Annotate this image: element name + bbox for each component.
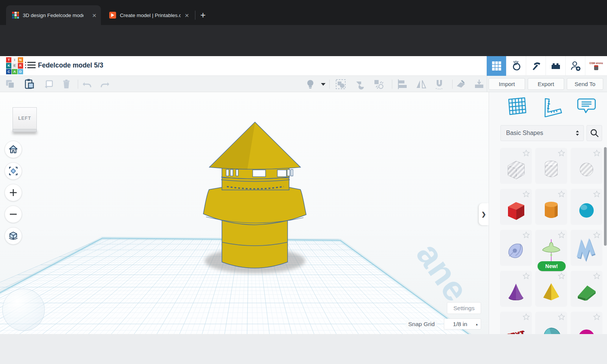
favorite-star-icon[interactable]: [593, 190, 601, 198]
shape-roof[interactable]: [571, 271, 602, 307]
shape-sphere[interactable]: [571, 189, 602, 225]
favorite-star-icon[interactable]: [593, 231, 601, 239]
favorite-star-icon[interactable]: [558, 313, 565, 321]
undo-icon[interactable]: [81, 78, 93, 90]
shape-hole-box[interactable]: [500, 148, 532, 184]
shape-scribble[interactable]: [571, 230, 602, 266]
brick-export-button[interactable]: [546, 56, 565, 76]
view-3d-button[interactable]: [486, 56, 506, 76]
delete-icon[interactable]: [61, 78, 72, 90]
shape-pyramid[interactable]: [535, 271, 567, 307]
mirror-icon[interactable]: [415, 78, 427, 90]
tinkercad-logo[interactable]: TIN KER CAD: [6, 57, 23, 74]
align-icon[interactable]: [397, 78, 408, 90]
tinkercad-browser-window: 3D design Fedelcode model 5 × Create mod…: [0, 0, 607, 364]
view-cube-face[interactable]: LEFT: [13, 107, 37, 129]
category-caret-icon: [575, 130, 580, 136]
browser-chrome: 3D design Fedelcode model 5 × Create mod…: [0, 0, 607, 56]
shape-search-button[interactable]: [587, 125, 602, 141]
favorite-star-icon[interactable]: [593, 313, 601, 321]
printables-favicon: [109, 12, 116, 19]
favorite-star-icon[interactable]: [558, 231, 565, 239]
new-tab-button[interactable]: +: [200, 10, 206, 20]
panel-scrollbar-thumb[interactable]: [604, 147, 607, 246]
favorite-star-icon[interactable]: [522, 149, 530, 157]
panel-collapse-button[interactable]: ❯: [479, 203, 489, 225]
transfer-buttons: Import Export Send To: [489, 78, 603, 90]
favorite-star-icon[interactable]: [522, 190, 530, 198]
sim-lab-button[interactable]: [506, 56, 526, 76]
settings-button[interactable]: Settings: [447, 302, 481, 314]
viewport-3d[interactable]: ane: [0, 92, 489, 334]
workplane-tool-icon[interactable]: [455, 78, 467, 90]
new-shape-badge: New!: [538, 261, 566, 271]
tab-close-icon[interactable]: ×: [185, 12, 189, 19]
favorite-star-icon[interactable]: [593, 272, 601, 280]
snap-grid-caret-icon: ▴: [476, 322, 478, 326]
zoom-out-button[interactable]: [5, 206, 22, 223]
snap-magnet-icon[interactable]: [434, 78, 445, 90]
shape-lathe[interactable]: [535, 230, 567, 266]
model-tower[interactable]: [0, 92, 489, 334]
workplane-helper-icon[interactable]: [505, 96, 527, 117]
snap-grid-dropdown[interactable]: 1/8 in ▴: [444, 318, 481, 329]
perspective-toggle-button[interactable]: [5, 227, 22, 245]
shape-hole-cylinder[interactable]: [535, 148, 567, 184]
show-all-icon[interactable]: [305, 78, 316, 90]
tab-tinkercad[interactable]: 3D design Fedelcode model 5 ×: [6, 5, 101, 25]
view-cube-bottom[interactable]: [13, 129, 37, 132]
perspective-cube-icon: [8, 231, 19, 241]
shape-hole-sphere[interactable]: [571, 148, 602, 184]
minecraft-export-button[interactable]: [526, 56, 546, 76]
model-skirt-cone: [203, 187, 306, 225]
workspace: ane: [0, 92, 607, 334]
shape-box[interactable]: [500, 189, 532, 225]
favorite-star-icon[interactable]: [522, 272, 530, 280]
tab-printables[interactable]: Create model | Printables.com ×: [103, 5, 193, 25]
show-all-dropdown-icon[interactable]: [320, 78, 327, 90]
favorite-star-icon[interactable]: [558, 272, 565, 280]
design-title[interactable]: Fedelcode model 5/3: [38, 61, 103, 69]
ungroup-icon[interactable]: [354, 78, 365, 90]
shape-half-sphere[interactable]: [571, 312, 602, 334]
tab-divider: [195, 11, 195, 20]
group-icon[interactable]: [335, 78, 346, 90]
duplicate-icon[interactable]: [42, 78, 54, 90]
ruler-helper-icon[interactable]: [541, 96, 563, 117]
paste-icon[interactable]: [24, 78, 35, 90]
shape-extrusion[interactable]: [500, 230, 532, 266]
shape-cone[interactable]: [500, 271, 532, 307]
design-menu-icon[interactable]: [27, 62, 36, 69]
shape-text[interactable]: TEXT TEXT: [500, 312, 532, 334]
model-roof-shade: [211, 123, 255, 169]
toolbar-divider: [78, 80, 78, 89]
tab-close-icon[interactable]: ×: [92, 12, 96, 19]
copy-icon[interactable]: [5, 78, 16, 90]
tinkercad-header: TIN KER CAD Fedelcode model 5/3: [0, 56, 607, 76]
redo-icon[interactable]: [99, 78, 111, 90]
zoom-in-button[interactable]: [5, 184, 22, 201]
break-apart-icon[interactable]: [373, 78, 384, 90]
favorite-star-icon[interactable]: [593, 149, 601, 157]
favorite-star-icon[interactable]: [522, 313, 530, 321]
send-to-button[interactable]: Send To: [567, 78, 603, 90]
collaborate-button[interactable]: [565, 56, 585, 76]
fit-view-button[interactable]: [5, 162, 22, 180]
browser-nav-toolbar: tinkercad.com/things/bo2zSN5cAEJ-fedelco…: [0, 25, 607, 56]
notes-helper-icon[interactable]: [576, 96, 597, 117]
shape-cylinder[interactable]: [535, 189, 567, 225]
view-cube[interactable]: LEFT: [13, 107, 37, 132]
import-button[interactable]: Import: [489, 78, 525, 90]
account-widget[interactable]: OSM sirens: [585, 56, 607, 76]
ruler-tool-icon[interactable]: [473, 78, 485, 90]
category-dropdown[interactable]: Basic Shapes: [500, 125, 584, 141]
favorite-star-icon[interactable]: [522, 231, 530, 239]
panel-scrollbar[interactable]: [604, 146, 607, 334]
home-view-button[interactable]: [5, 141, 22, 158]
favorite-star-icon[interactable]: [558, 190, 565, 198]
favorite-star-icon[interactable]: [558, 149, 565, 157]
tab-title: 3D design Fedelcode model 5: [23, 13, 83, 18]
export-button[interactable]: Export: [528, 78, 564, 90]
shape-round-roof[interactable]: [535, 312, 567, 334]
zoom-in-icon: [9, 188, 18, 197]
